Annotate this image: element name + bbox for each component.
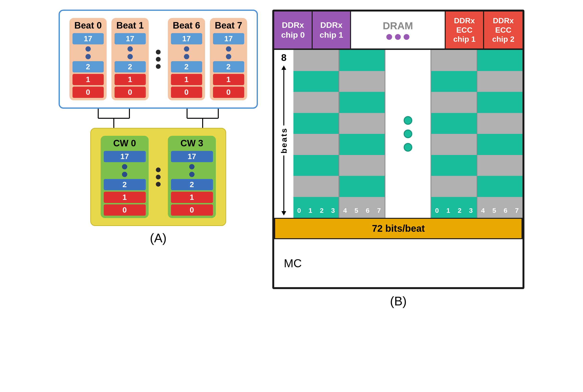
beat-1-title: Beat 1 xyxy=(116,20,144,31)
stripe-teal-1c xyxy=(339,134,384,155)
dram-center: DRAM xyxy=(351,12,446,48)
sep-dot-2 xyxy=(156,57,161,62)
cw-0-title: CW 0 xyxy=(113,138,136,148)
cw-0-dot1 xyxy=(122,164,127,169)
main-container: Beat 0 17 2 1 0 Beat 1 17 2 1 0 xyxy=(10,10,573,382)
beat-6-row2: 0 xyxy=(171,86,202,98)
panel-b-label: (B) xyxy=(390,294,407,308)
grid-col-1: 4 5 6 7 xyxy=(339,50,385,218)
col4-num-7: 7 xyxy=(515,207,519,214)
stripe-gray-3a xyxy=(431,50,476,71)
stripe-teal-0c xyxy=(294,155,339,176)
stripe-teal-4d xyxy=(477,176,522,197)
cw-sep-dot-2 xyxy=(156,175,161,180)
col4-num-4: 4 xyxy=(481,207,485,214)
beat-0-dot1 xyxy=(86,46,91,52)
cw-3-title: CW 3 xyxy=(181,138,203,148)
center-dots-container xyxy=(404,116,412,152)
col0-numbers: 0 1 2 3 xyxy=(294,204,339,218)
beat-7-dot2 xyxy=(226,54,231,59)
dram-dots xyxy=(386,34,409,40)
ddrx-chip-1: DDRxchip 1 xyxy=(313,12,351,48)
beats-arrow-container: beats xyxy=(279,66,288,216)
stripe-teal-0b xyxy=(294,113,339,134)
cw-3-mid: 2 xyxy=(171,179,213,190)
beat-7-row2: 0 xyxy=(213,86,244,98)
beat-6-dot1 xyxy=(184,46,189,52)
ddrx-chip-0: DDRxchip 0 xyxy=(274,12,313,48)
grid-col-4: 4 5 6 7 xyxy=(477,50,522,218)
arrow-down-icon xyxy=(281,211,286,216)
stripe-gray-0a xyxy=(294,50,339,71)
beat-card-7: Beat 7 17 2 1 0 xyxy=(210,18,247,100)
beat-1-mid: 2 xyxy=(115,61,146,72)
cw-3-row1: 1 xyxy=(171,192,213,203)
col1-num-5: 5 xyxy=(354,207,358,214)
beat-card-0: Beat 0 17 2 1 0 xyxy=(69,18,107,100)
col0-num-3: 3 xyxy=(331,207,335,214)
beat-7-dot1 xyxy=(226,46,231,52)
grid-columns-container: 0 1 2 3 xyxy=(294,50,522,218)
stripe-gray-0c xyxy=(294,134,339,155)
dram-header: DDRxchip 0 DDRxchip 1 DRAM DDRxECCchip 1… xyxy=(274,12,522,50)
cw-0-row2: 0 xyxy=(104,204,146,216)
cw-sep-dot-3 xyxy=(156,182,161,187)
panel-b: DDRxchip 0 DDRxchip 1 DRAM DDRxECCchip 1… xyxy=(272,10,524,308)
col4-num-5: 5 xyxy=(492,207,496,214)
stripe-gray-4a xyxy=(477,71,522,92)
beat-0-title: Beat 0 xyxy=(74,20,102,31)
beat-6-title: Beat 6 xyxy=(173,20,200,31)
grid-col-3: 0 1 2 3 xyxy=(431,50,477,218)
beat-card-6: Beat 6 17 2 1 0 xyxy=(168,18,205,100)
dram-grid-area: 8 beats xyxy=(274,50,522,218)
dram-outer-box: DDRxchip 0 DDRxchip 1 DRAM DDRxECCchip 1… xyxy=(272,10,524,289)
cw-0-dot2 xyxy=(122,172,127,177)
stripe-teal-1b xyxy=(339,92,384,113)
col0-num-0: 0 xyxy=(297,207,301,214)
cw-card-0: CW 0 17 2 1 0 xyxy=(101,136,149,218)
center-dot-3 xyxy=(404,143,412,152)
stripe-teal-3b xyxy=(431,113,476,134)
stripe-teal-4c xyxy=(477,134,522,155)
beat-card-1: Beat 1 17 2 1 0 xyxy=(111,18,149,100)
beats-box: Beat 0 17 2 1 0 Beat 1 17 2 1 0 xyxy=(59,10,258,109)
stripe-teal-4b xyxy=(477,92,522,113)
beat-7-mid: 2 xyxy=(213,61,244,72)
stripe-gray-3d xyxy=(431,176,476,197)
col1-num-7: 7 xyxy=(377,207,381,214)
beat-6-row1: 1 xyxy=(171,74,202,85)
col1-num-4: 4 xyxy=(343,207,347,214)
cw-outer-box: CW 0 17 2 1 0 CW 3 17 2 1 xyxy=(90,128,226,226)
cw-3-row2: 0 xyxy=(171,204,213,216)
stripe-gray-1b xyxy=(339,113,384,134)
stripe-gray-0b xyxy=(294,92,339,113)
dram-dot-3 xyxy=(404,34,409,40)
dram-dot-2 xyxy=(395,34,401,40)
beat-1-row2: 0 xyxy=(115,86,146,98)
stripe-teal-3c xyxy=(431,155,476,176)
beat-1-row1: 1 xyxy=(115,74,146,85)
stripe-gray-3c xyxy=(431,134,476,155)
beat-1-dot2 xyxy=(128,54,133,59)
mc-box: MC xyxy=(274,239,522,287)
cw-3-dot1 xyxy=(189,164,194,169)
col0-num-2: 2 xyxy=(320,207,324,214)
cw-sep-dot-1 xyxy=(156,168,161,172)
beat-0-row2: 0 xyxy=(73,86,104,98)
arrow-line-2 xyxy=(283,156,284,211)
grid-col-center xyxy=(385,50,431,218)
col4-num-6: 6 xyxy=(504,207,508,214)
sep-dot-1 xyxy=(156,50,161,54)
ddrx-ecc-chip-2: DDRxECCchip 2 xyxy=(484,12,522,48)
beat-0-row1: 1 xyxy=(73,74,104,85)
beat-6-top: 17 xyxy=(171,33,202,44)
col3-num-3: 3 xyxy=(469,207,473,214)
col1-numbers: 4 5 6 7 xyxy=(339,204,384,218)
stripe-teal-1d xyxy=(339,176,384,197)
ddrx-ecc-chip-1: DDRxECCchip 1 xyxy=(446,12,484,48)
beat-0-dot2 xyxy=(86,54,91,59)
cw-0-row1: 1 xyxy=(104,192,146,203)
mc-label: MC xyxy=(284,257,302,270)
cw-0-top: 17 xyxy=(104,151,146,162)
cw-separator xyxy=(153,158,163,196)
